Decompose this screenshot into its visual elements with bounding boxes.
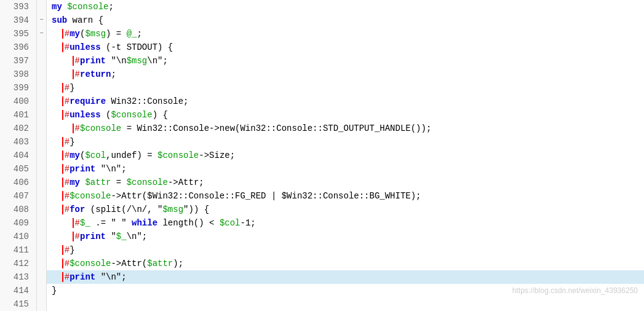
token-kw-require: require [70, 96, 106, 106]
token-plain: ->Size; [199, 151, 235, 160]
token-plain: \n"; [127, 232, 148, 241]
token-plain: (split(/\n/, " [85, 205, 162, 214]
code-line: 415 [0, 297, 644, 311]
code-content: #require Win32::Console; [47, 95, 644, 108]
line-number: 410 [0, 230, 37, 243]
token-plain: ")) { [183, 205, 209, 214]
line-number: 407 [0, 189, 37, 203]
fold-gutter [37, 162, 47, 176]
token-comment-hash: # [65, 245, 70, 255]
token-plain: Win32::Console; [106, 96, 188, 106]
line-number: 397 [0, 54, 37, 68]
code-line: 403 #} [0, 135, 644, 149]
fold-gutter [37, 135, 47, 149]
line-number: 412 [0, 257, 37, 270]
line-number: 401 [0, 108, 37, 122]
fold-gutter [37, 81, 47, 95]
token-plain: = [111, 178, 126, 187]
fold-gutter [37, 203, 47, 216]
token-plain: \n"; [147, 56, 168, 66]
fold-gutter [37, 54, 47, 68]
token-plain: } [70, 245, 74, 255]
line-number: 408 [0, 203, 37, 216]
code-content: #print "\n"; [47, 270, 644, 284]
token-var: $col [85, 151, 106, 160]
token-plain: ) = [106, 29, 127, 39]
line-number: 395 [0, 27, 37, 41]
token-plain: ; [111, 69, 116, 79]
code-line: 412 #$console->Attr($attr); [0, 257, 644, 270]
line-number: 409 [0, 216, 37, 230]
line-number: 394 [0, 14, 37, 27]
code-content [47, 297, 644, 311]
code-content: my $console; [47, 0, 644, 14]
token-plain: ->Attr; [168, 178, 204, 187]
code-content: #$console->Attr($Win32::Console::FG_RED … [47, 189, 644, 203]
token-comment-hash: # [75, 232, 80, 241]
token-plain: ; [108, 2, 113, 12]
token-var: $console [157, 151, 199, 160]
line-number: 406 [0, 176, 37, 189]
token-plain: warn { [67, 15, 103, 25]
watermark: https://blog.csdn.net/weixin_43936250 [512, 284, 638, 297]
code-line: 407 #$console->Attr($Win32::Console::FG_… [0, 189, 644, 203]
code-content: #} [47, 81, 644, 95]
token-plain: "\n"; [95, 164, 126, 174]
line-number: 414 [0, 284, 37, 297]
code-content: #} [47, 135, 644, 149]
token-comment-hash: # [65, 110, 70, 120]
token-comment-hash: # [75, 218, 80, 228]
token-comment-hash: # [65, 178, 70, 187]
token-kw-print: print [80, 56, 106, 66]
token-plain: } [70, 137, 74, 147]
line-number: 393 [0, 0, 37, 14]
token-var: $console [70, 259, 111, 268]
line-number: 413 [0, 270, 37, 284]
token-plain: ; [137, 29, 141, 39]
token-kw-my: my [52, 2, 67, 12]
token-kw-print: print [70, 164, 95, 174]
code-content: #my($msg) = @_; [47, 27, 644, 41]
fold-gutter [37, 270, 47, 284]
fold-icon[interactable]: − [39, 27, 43, 41]
line-number: 404 [0, 149, 37, 162]
token-var: $console [127, 178, 168, 187]
code-content: sub warn { [47, 14, 644, 27]
token-kw-print: print [80, 232, 106, 241]
token-plain: ( [101, 110, 111, 120]
line-number: 411 [0, 243, 37, 257]
token-comment-hash: # [65, 29, 70, 39]
code-line: 393my $console; [0, 0, 644, 14]
code-line: 413 #print "\n"; [0, 270, 644, 284]
fold-gutter [37, 189, 47, 203]
token-comment-hash: # [65, 96, 70, 106]
token-var: $console [67, 2, 108, 12]
code-line: 404 #my($col,undef) = $console->Size; [0, 149, 644, 162]
token-kw-my: my [70, 178, 80, 187]
token-plain: = Win32::Console->new(Win32::Console::ST… [121, 123, 431, 133]
code-content: #} [47, 243, 644, 257]
token-comment-hash: # [65, 83, 70, 93]
token-comment-hash: # [65, 191, 70, 201]
token-var: $col [220, 218, 241, 228]
token-comment-hash: # [65, 205, 70, 214]
token-kw-return: return [80, 69, 111, 79]
line-number: 400 [0, 95, 37, 108]
code-content: #unless (-t STDOUT) { [47, 41, 644, 54]
code-line: 411 #} [0, 243, 644, 257]
fold-gutter [37, 297, 47, 311]
code-line: 410 #print "$_\n"; [0, 230, 644, 243]
line-number: 403 [0, 135, 37, 149]
fold-gutter [37, 216, 47, 230]
fold-gutter [37, 176, 47, 189]
token-plain: } [70, 83, 74, 93]
token-var: $attr [147, 259, 173, 268]
fold-icon[interactable]: − [39, 14, 43, 27]
code-line: 394−sub warn { [0, 14, 644, 27]
token-comment-hash: # [75, 56, 80, 66]
fold-gutter [37, 284, 47, 297]
fold-gutter [37, 257, 47, 270]
token-kw-print: print [70, 272, 95, 282]
line-number: 415 [0, 297, 37, 311]
line-number: 405 [0, 162, 37, 176]
